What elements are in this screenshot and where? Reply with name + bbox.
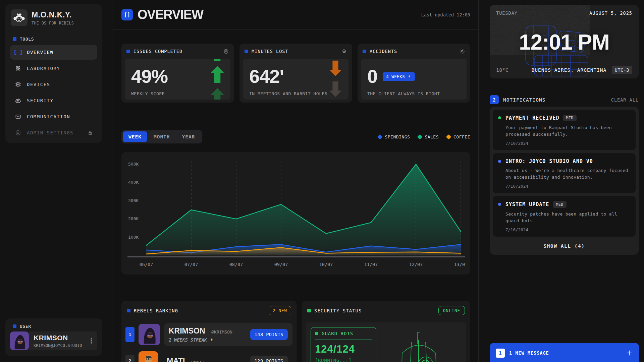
tab-year[interactable]: YEAR	[176, 131, 201, 142]
legend-sales: SALES	[418, 134, 439, 139]
svg-text:11/07: 11/07	[364, 262, 378, 267]
kebab-menu-icon[interactable]	[89, 338, 94, 344]
notifications-title: NOTIFICATIONS	[503, 97, 546, 103]
stat-body: 0 4 WEEKS THE CLIENT ALWAYS IS RIGHT	[361, 59, 467, 100]
svg-text:08/07: 08/07	[229, 262, 243, 267]
tab-week[interactable]: WEEK	[123, 131, 147, 142]
chart-legend: SPENDINGS SALES COFFEE	[378, 134, 470, 139]
stat-title: ISSUES COMPLETED	[133, 49, 182, 54]
legend-spendings: SPENDINGS	[378, 134, 410, 139]
sidebar-item-devices[interactable]: DEVICES	[10, 77, 97, 92]
lock-icon	[87, 130, 93, 136]
user-name: KRIMSON	[34, 334, 82, 342]
notification-intro[interactable]: INTRO: JOYCO STUDIO AND V0 About us - We…	[493, 153, 636, 193]
monky-logo	[11, 9, 28, 26]
plus-icon[interactable]	[626, 349, 633, 357]
rank-info: KRIMSON @KRIMSON 2 WEEKS STREAK 148 POIN…	[164, 323, 292, 346]
rank-avatar	[139, 351, 158, 362]
guard-bot-wireframe	[376, 327, 462, 362]
section-square-icon	[13, 324, 16, 328]
monkey-icon	[13, 11, 25, 24]
main-header: [] OVERVIEW Last updated 12:05	[113, 0, 478, 29]
chart-controls: WEEK MONTH YEAR SPENDINGS SALES COFFEE	[121, 130, 470, 143]
range-tabs: WEEK MONTH YEAR	[121, 130, 202, 143]
priority-tag: MED	[563, 115, 577, 121]
svg-text:500K: 500K	[128, 162, 139, 167]
clock-timezone: UTC-3	[612, 66, 632, 74]
svg-text:100K: 100K	[128, 235, 139, 240]
stat-subtitle: THE CLIENT ALWAYS IS RIGHT	[367, 91, 461, 96]
priority-tag: MED	[553, 201, 566, 208]
rebels-ranking-card: REBELS RANKING 2 NEW 1	[121, 301, 297, 362]
settings-icon[interactable]	[459, 48, 465, 54]
stat-title: ACCIDENTS	[370, 49, 397, 54]
user-row: KRIMSON KRIMSON@JOYCO.STUDIO	[10, 331, 97, 350]
security-title: SECURITY STATUS	[314, 308, 362, 313]
new-message-bar[interactable]: 1 1 NEW MESSAGE	[490, 343, 639, 362]
rank-handle: @KRIMSON	[211, 329, 232, 335]
stat-card-minutes-lost: MINUTES LOST 642' IN MEETINGS AND RABBIT…	[239, 44, 352, 103]
svg-text:12/07: 12/07	[409, 262, 423, 267]
notifications-count-badge: 2	[490, 95, 499, 104]
rank-badge: 2	[125, 355, 135, 362]
diamond-icon	[417, 134, 423, 139]
sidebar-item-communication[interactable]: COMMUNICATION	[10, 109, 97, 124]
new-badge: 2 NEW	[269, 306, 291, 315]
settings-icon[interactable]	[341, 48, 347, 54]
user-email: KRIMSON@JOYCO.STUDIO	[34, 343, 82, 348]
svg-text:07/07: 07/07	[184, 262, 198, 267]
notification-title: INTRO: JOYCO STUDIO AND V0	[505, 158, 593, 164]
security-status-card: SECURITY STATUS ONLINE GUARD BOTS 124/12…	[302, 301, 470, 362]
notifications-panel: PAYMENT RECEIVED MED Your payment to Ram…	[490, 107, 639, 255]
tools-section-label: TOOLS	[13, 37, 95, 42]
notification-date: 7/10/2024	[505, 184, 630, 189]
notification-body: About us - We're a healthcare company fo…	[505, 167, 630, 180]
guard-bots-count: 124/124	[315, 343, 372, 355]
notification-title: SYSTEM UPDATE	[505, 201, 549, 207]
svg-text:300K: 300K	[128, 198, 139, 203]
ranking-row-1: 1 KRIMSON @KRIMSON	[125, 323, 292, 346]
svg-text:06/07: 06/07	[140, 262, 153, 267]
user-avatar	[10, 331, 29, 350]
clock-time: 12:01 PM	[490, 30, 639, 55]
overview-brackets-icon: []	[121, 9, 133, 20]
hex-gear-icon	[14, 129, 22, 136]
stats-row: ISSUES COMPLETED 49% WEEKLY SCOPE	[121, 44, 470, 103]
chart-canvas: 100K200K300K400K500K06/0707/0708/0709/07…	[127, 157, 466, 270]
mail-icon	[14, 113, 22, 120]
show-all-button[interactable]: SHOW ALL (4)	[493, 240, 636, 252]
user-section-label: USER	[13, 324, 95, 329]
status-dot-icon	[498, 116, 501, 119]
stat-title: MINUTES LOST	[252, 49, 288, 54]
section-square-icon	[13, 37, 16, 41]
module-square-icon	[315, 332, 318, 335]
clear-all-button[interactable]: CLEAR ALL	[611, 97, 639, 103]
notification-title: PAYMENT RECEIVED	[505, 115, 559, 121]
sidebar-item-admin-settings[interactable]: ADMIN SETTINGS	[10, 125, 97, 140]
area-chart: 100K200K300K400K500K06/0707/0708/0709/07…	[121, 152, 470, 275]
stat-body: 49% WEEKLY SCOPE	[125, 59, 230, 100]
notification-system-update[interactable]: SYSTEM UPDATE MED Security patches have …	[493, 196, 636, 237]
settings-icon[interactable]	[223, 48, 229, 54]
robot-icon	[14, 97, 22, 104]
app-title: M.O.N.K.Y.	[32, 10, 74, 19]
notification-date: 7/10/2024	[505, 227, 630, 232]
stat-card-issues-completed: ISSUES COMPLETED 49% WEEKLY SCOPE	[121, 44, 234, 103]
brackets-icon: [ ]	[14, 49, 22, 55]
tab-month[interactable]: MONTH	[148, 131, 176, 142]
notification-body: Security patches have been applied to al…	[505, 211, 630, 224]
clock-card: TUESDAY AUGUST 5, 2025 12:01 PM 18°C BUE…	[490, 5, 639, 78]
sidebar-item-overview[interactable]: [ ] OVERVIEW	[10, 45, 97, 60]
svg-text:09/07: 09/07	[274, 262, 288, 267]
status-dot-icon	[498, 203, 501, 206]
guard-bots-module: GUARD BOTS 124/124 [RUNNING...]	[311, 327, 376, 362]
status-dot-icon	[498, 160, 501, 163]
security-body: GUARD BOTS 124/124 [RUNNING...] FIREWALL	[306, 322, 466, 362]
sidebar-item-laboratory[interactable]: LABORATORY	[10, 61, 97, 76]
rank-info: MATI @MATI 129 POINTS	[162, 350, 292, 362]
main-content: [] OVERVIEW Last updated 12:05 ISSUES CO…	[113, 0, 479, 362]
trend-up-arrows-icon	[210, 59, 225, 100]
notification-payment-received[interactable]: PAYMENT RECEIVED MED Your payment to Ram…	[493, 110, 636, 150]
last-updated: Last updated 12:05	[421, 12, 470, 17]
sidebar-item-security[interactable]: SECURITY	[10, 93, 97, 108]
